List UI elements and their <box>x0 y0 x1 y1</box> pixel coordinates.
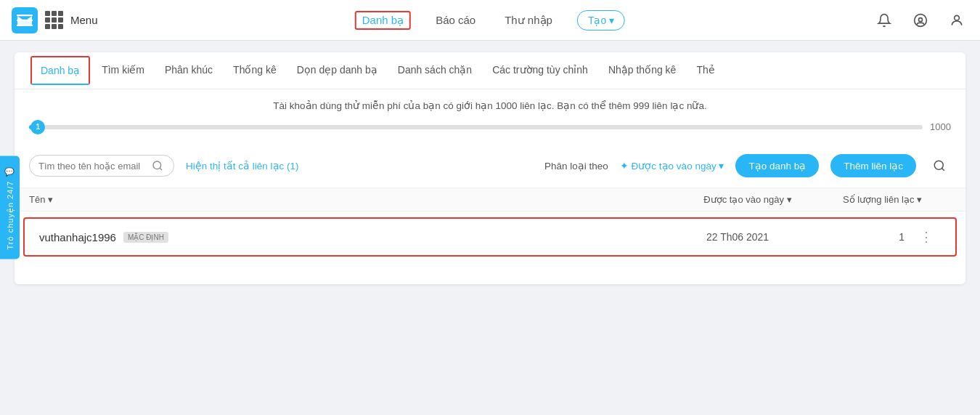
nav-left: Menu <box>12 7 98 33</box>
col-date-header[interactable]: Được tạo vào ngày ▾ <box>690 194 806 205</box>
top-nav: Menu Danh bạ Báo cáo Thư nhập Tạo ▾ <box>0 0 980 41</box>
table-rows-container: vuthanhajc1996 MẶC ĐỊNH 22 Th06 2021 1 ⋮ <box>15 217 965 257</box>
row-name: vuthanhajc1996 MẶC ĐỊNH <box>39 231 679 243</box>
tab-cac-truong[interactable]: Các trường tùy chỉnh <box>482 52 598 89</box>
svg-point-3 <box>934 161 943 169</box>
tab-thong-ke[interactable]: Thống kê <box>223 52 287 89</box>
tab-danh-ba[interactable]: Danh bạ <box>30 56 90 85</box>
nav-right <box>873 9 968 32</box>
show-all-link[interactable]: Hiện thị tất cả liên lạc (1) <box>186 160 299 172</box>
sub-tabs: Danh bạ Tìm kiếm Phân khúc Thống kê Dọn … <box>15 52 965 89</box>
person-icon[interactable] <box>945 9 968 32</box>
search-icon-button[interactable] <box>928 154 951 177</box>
nav-danh-ba[interactable]: Danh bạ <box>355 11 411 30</box>
row-date: 22 Th06 2021 <box>679 231 796 243</box>
table-row[interactable]: vuthanhajc1996 MẶC ĐỊNH 22 Th06 2021 1 ⋮ <box>23 217 957 257</box>
tab-nhap-thong-ke[interactable]: Nhập thống kê <box>598 52 687 89</box>
svg-point-2 <box>153 161 161 169</box>
create-button[interactable]: Tạo ▾ <box>577 10 625 31</box>
menu-label[interactable]: Menu <box>70 14 98 26</box>
notification-text: Tài khoản dùng thử miễn phí của bạn có g… <box>273 100 706 111</box>
nav-center: Danh bạ Báo cáo Thư nhập Tạo ▾ <box>355 10 625 31</box>
progress-max: 1000 <box>930 121 951 132</box>
sort-value[interactable]: ✦ Được tạo vào ngày ▾ <box>620 160 724 172</box>
grid-icon[interactable] <box>45 11 63 29</box>
row-menu-icon[interactable]: ⋮ <box>912 229 941 245</box>
sort-label: Phân loại theo <box>544 160 608 172</box>
create-contact-button[interactable]: Tạo danh bạ <box>735 154 819 177</box>
search-box[interactable] <box>29 155 174 177</box>
add-contact-button[interactable]: Thêm liên lạc <box>830 154 916 177</box>
badge-default: MẶC ĐỊNH <box>123 232 168 243</box>
nav-thu-nhap[interactable]: Thư nhập <box>500 11 557 30</box>
filter-row: Hiện thị tất cả liên lạc (1) Phân loại t… <box>15 147 965 188</box>
main-content: Danh bạ Tìm kiếm Phân khúc Thống kê Dọn … <box>15 52 965 284</box>
svg-point-0 <box>915 14 927 26</box>
side-chat-tab[interactable]: 💬 Trò chuyện 24/7 <box>0 156 20 259</box>
col-name-header[interactable]: Tên ▾ <box>29 194 690 205</box>
tab-the[interactable]: Thẻ <box>686 52 724 89</box>
person-circle-icon[interactable] <box>909 9 932 32</box>
tab-danh-sach-chan[interactable]: Danh sách chặn <box>388 52 482 89</box>
svg-point-1 <box>955 15 960 20</box>
chat-label: 💬 <box>5 166 15 176</box>
progress-track: 1 <box>29 125 923 129</box>
table-header: Tên ▾ Được tạo vào ngày ▾ Số lượng liên … <box>15 188 965 211</box>
progress-bubble: 1 <box>30 120 45 134</box>
contact-name: vuthanhajc1996 <box>39 231 116 243</box>
nav-bao-cao[interactable]: Báo cáo <box>431 11 480 29</box>
notification-bar: Tài khoản dùng thử miễn phí của bạn có g… <box>15 89 965 117</box>
bell-icon[interactable] <box>873 9 896 32</box>
chevron-down-icon: ▾ <box>609 15 614 26</box>
progress-section: 1 1000 <box>15 117 965 147</box>
search-input[interactable] <box>38 161 147 172</box>
tab-phan-khuc[interactable]: Phân khúc <box>155 52 223 89</box>
tab-tim-kiem[interactable]: Tìm kiếm <box>91 52 155 89</box>
row-count: 1 <box>796 231 912 243</box>
search-icon <box>152 160 163 172</box>
col-count-header[interactable]: Số lượng liên lạc ▾ <box>806 194 922 205</box>
tab-don-dep[interactable]: Dọn dẹp danh bạ <box>287 52 388 89</box>
logo-icon[interactable] <box>12 7 38 33</box>
chat-text: Trò chuyện 24/7 <box>5 180 15 249</box>
search-icon-2 <box>933 159 946 172</box>
